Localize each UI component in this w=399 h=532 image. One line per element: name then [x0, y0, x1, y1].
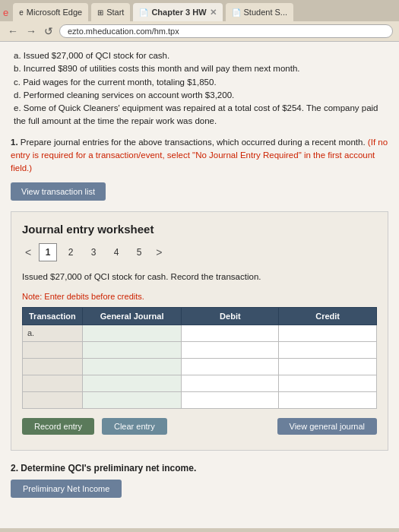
table-row — [23, 391, 377, 408]
section-2-number: 2. — [11, 463, 18, 473]
tab-bar: e e Microsoft Edge ⊞ Start 📄 Chapter 3 H… — [0, 0, 399, 21]
credit-input-3[interactable] — [283, 362, 372, 371]
tab-start[interactable]: ⊞ Start — [91, 3, 130, 21]
journal-entry-3[interactable] — [82, 358, 182, 375]
debit-cell-4[interactable] — [182, 375, 279, 391]
tab-label: Chapter 3 HW — [151, 8, 206, 17]
journal-table: Transaction General Journal Debit Credit… — [22, 307, 377, 409]
credit-input-2[interactable] — [283, 345, 372, 354]
credit-cell-4[interactable] — [279, 375, 377, 391]
col-transaction: Transaction — [23, 307, 83, 325]
table-row — [23, 341, 377, 358]
view-general-journal-button[interactable]: View general journal — [277, 418, 377, 435]
section-2-text: Determine QCI's preliminary net income. — [21, 463, 196, 473]
table-row: a. — [23, 325, 377, 341]
page-5-button[interactable]: 5 — [130, 243, 148, 261]
debit-cell-a[interactable] — [182, 325, 279, 341]
journal-entry-4[interactable] — [82, 375, 182, 391]
refresh-button[interactable]: ↺ — [43, 25, 55, 37]
journal-input-5[interactable] — [87, 395, 177, 404]
journal-input-a[interactable] — [87, 328, 177, 337]
debit-input-2[interactable] — [186, 345, 274, 354]
prev-page-button[interactable]: < — [22, 246, 34, 258]
page-2-button[interactable]: 2 — [62, 243, 80, 261]
transaction-label-5 — [23, 391, 83, 408]
debit-input-5[interactable] — [186, 395, 274, 404]
table-row — [23, 358, 377, 375]
clear-entry-button[interactable]: Clear entry — [102, 418, 167, 435]
tab-student[interactable]: 📄 Student S... — [226, 3, 293, 21]
transaction-description: Issued $27,000 of QCI stock for cash. Re… — [22, 271, 377, 283]
tab-label: Start — [106, 8, 124, 17]
debit-cell-2[interactable] — [182, 341, 279, 358]
journal-input-3[interactable] — [87, 362, 177, 371]
debit-input-4[interactable] — [186, 378, 274, 388]
credit-cell-5[interactable] — [279, 391, 377, 408]
page-3-button[interactable]: 3 — [84, 243, 103, 261]
problem-item-c: c. Paid wages for the current month, tot… — [14, 76, 388, 89]
credit-cell-a[interactable] — [279, 325, 377, 341]
browser-chrome: e e Microsoft Edge ⊞ Start 📄 Chapter 3 H… — [0, 0, 399, 42]
credit-input-a[interactable] — [283, 328, 372, 337]
transaction-label-2 — [23, 341, 83, 358]
problem-item-a: a. Issued $27,000 of QCI stock for cash. — [14, 49, 388, 62]
problem-item-d: d. Performed cleaning services on accoun… — [14, 89, 388, 102]
debit-cell-5[interactable] — [182, 391, 279, 408]
section-2: 2. Determine QCI's preliminary net incom… — [11, 463, 388, 498]
tab-close-icon[interactable]: ✕ — [210, 8, 217, 17]
credit-cell-2[interactable] — [279, 341, 377, 358]
col-credit: Credit — [279, 307, 377, 325]
debit-input-a[interactable] — [186, 328, 274, 337]
credit-input-4[interactable] — [283, 378, 372, 388]
instruction-text: Prepare journal entries for the above tr… — [21, 138, 366, 147]
worksheet-title: Journal entry worksheet — [22, 223, 377, 236]
debit-cell-3[interactable] — [182, 358, 279, 375]
col-debit: Debit — [182, 307, 279, 325]
problem-items: a. Issued $27,000 of QCI stock for cash.… — [11, 49, 388, 128]
section-2-title: 2. Determine QCI's preliminary net incom… — [11, 463, 388, 473]
journal-entry-a[interactable] — [82, 325, 182, 341]
url-input[interactable] — [59, 24, 393, 38]
journal-entry-2[interactable] — [82, 341, 182, 358]
table-row — [23, 375, 377, 391]
forward-button[interactable]: → — [24, 25, 38, 37]
main-content: a. Issued $27,000 of QCI stock for cash.… — [0, 42, 399, 528]
problem-item-e: e. Some of Quick Cleaners' equipment was… — [14, 102, 388, 128]
journal-entry-5[interactable] — [82, 391, 182, 408]
tab-chapter3hw[interactable]: 📄 Chapter 3 HW ✕ — [133, 3, 222, 21]
transaction-label-3 — [23, 358, 83, 375]
instruction-1: 1. Prepare journal entries for the above… — [11, 136, 388, 176]
instruction-number: 1. — [11, 138, 18, 147]
credit-cell-3[interactable] — [279, 358, 377, 375]
pagination: < 1 2 3 4 5 > — [22, 243, 377, 261]
browser-logo-icon: e — [3, 7, 8, 18]
page-4-button[interactable]: 4 — [107, 243, 125, 261]
journal-input-2[interactable] — [87, 345, 177, 354]
home-icon: ⊞ — [97, 8, 103, 17]
transaction-label-a: a. — [23, 325, 83, 341]
page-1-button[interactable]: 1 — [39, 243, 57, 261]
record-entry-button[interactable]: Record entry — [22, 418, 94, 435]
action-buttons: Record entry Clear entry View general jo… — [22, 418, 377, 435]
transaction-label-4 — [23, 375, 83, 391]
tab-label: Microsoft Edge — [27, 8, 82, 17]
note-text: Note: Enter debits before credits. — [22, 292, 377, 301]
back-button[interactable]: ← — [6, 25, 20, 37]
col-general-journal: General Journal — [82, 307, 182, 325]
problem-item-b: b. Incurred $890 of utilities costs this… — [14, 62, 388, 75]
doc-icon: 📄 — [139, 8, 148, 17]
tab-microsoft-edge[interactable]: e Microsoft Edge — [13, 3, 88, 21]
preliminary-net-income-button[interactable]: Preliminary Net Income — [11, 480, 122, 498]
address-bar: ← → ↺ — [0, 21, 399, 41]
edge-icon: e — [19, 8, 24, 17]
journal-worksheet: Journal entry worksheet < 1 2 3 4 5 > Is… — [11, 211, 388, 450]
journal-input-4[interactable] — [87, 378, 177, 388]
debit-input-3[interactable] — [186, 362, 274, 371]
next-page-button[interactable]: > — [153, 246, 165, 258]
view-transaction-button[interactable]: View transaction list — [11, 182, 106, 201]
credit-input-5[interactable] — [283, 395, 372, 404]
doc-icon-2: 📄 — [232, 8, 241, 17]
tab-label: Student S... — [244, 8, 287, 17]
